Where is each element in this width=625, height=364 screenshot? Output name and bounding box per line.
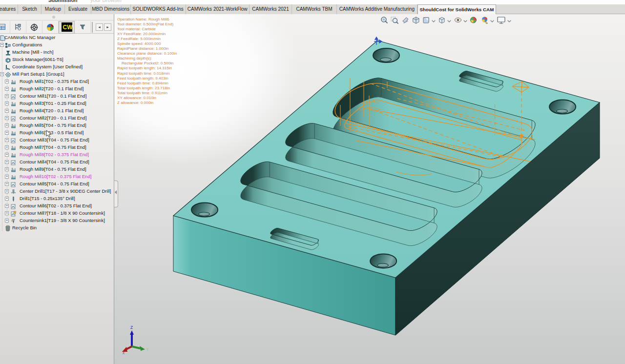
svg-text:CW: CW <box>62 24 72 31</box>
svg-text:Y: Y <box>146 347 149 352</box>
svg-text:Z: Z <box>130 325 133 330</box>
